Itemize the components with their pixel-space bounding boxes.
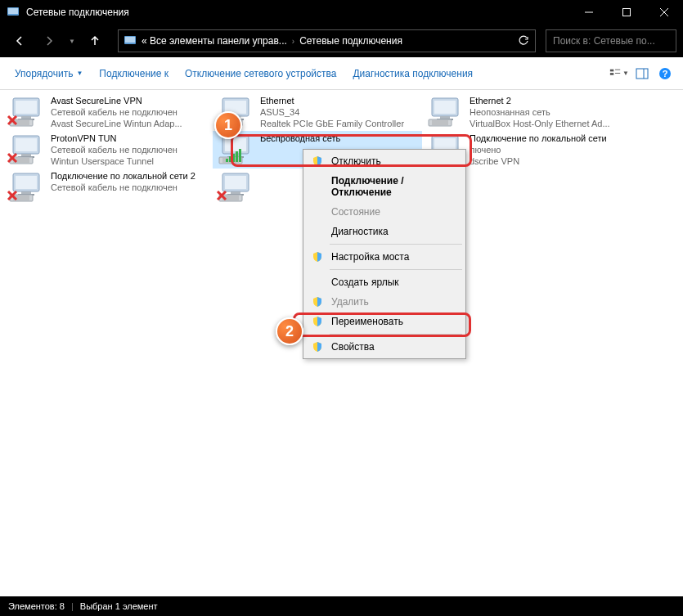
network-adapter-icon: [7, 170, 46, 203]
maximize-button[interactable]: [608, 0, 645, 25]
status-selected: Выбран 1 элемент: [80, 601, 158, 611]
menu-separator: [330, 244, 462, 245]
app-icon: [7, 6, 20, 19]
callout-2: 2: [276, 317, 303, 345]
connection-name: Avast SecureLine VPN: [51, 95, 209, 106]
svg-rect-11: [615, 73, 620, 74]
connection-status: ASUS_34: [260, 106, 419, 118]
network-adapter-icon: [216, 170, 255, 203]
organize-menu[interactable]: Упорядочить▼: [8, 65, 89, 83]
connection-name: Ethernet: [260, 95, 419, 106]
connection-status: Сетевой кабель не подключен: [51, 182, 209, 193]
svg-rect-35: [434, 101, 456, 114]
connection-item[interactable]: Avast SecureLine VPN Сетевой кабель не п…: [3, 93, 213, 131]
close-button[interactable]: [645, 0, 683, 25]
menu-disconnect[interactable]: Отключить: [305, 151, 464, 171]
content-area: Avast SecureLine VPN Сетевой кабель не п…: [0, 90, 683, 596]
menu-diagnostics[interactable]: Диагностика: [305, 222, 464, 241]
svg-rect-12: [636, 69, 648, 79]
svg-rect-64: [239, 149, 241, 162]
connection-device: VirtualBox Host-Only Ethernet Ad...: [470, 118, 628, 129]
menu-status: Состояние: [305, 202, 464, 222]
connect-to-button[interactable]: Подключение к: [92, 65, 175, 83]
connection-device: Realtek PCIe GbE Family Controller: [260, 118, 419, 129]
svg-rect-18: [21, 116, 31, 119]
chevron-right-icon: ›: [292, 37, 294, 46]
svg-rect-10: [615, 69, 620, 70]
shield-icon: [312, 316, 323, 327]
menu-separator: [330, 269, 462, 270]
svg-rect-3: [623, 9, 631, 16]
status-separator: |: [71, 601, 74, 611]
forward-button[interactable]: [36, 28, 62, 54]
menu-properties[interactable]: Свойства: [305, 337, 464, 357]
connection-item[interactable]: ProtonVPN TUN Сетевой кабель не подключе…: [3, 131, 213, 169]
svg-rect-9: [610, 73, 613, 75]
svg-rect-43: [16, 138, 37, 151]
svg-rect-1: [8, 8, 18, 14]
svg-rect-62: [232, 154, 235, 162]
svg-rect-84: [225, 176, 246, 189]
connection-status: Сетевой кабель не подключен: [51, 144, 209, 155]
connection-item[interactable]: Ethernet ASUS_34 Realtek PCIe GbE Family…: [213, 93, 422, 131]
shield-icon: [312, 341, 323, 353]
breadcrumb-part[interactable]: « Все элементы панели управ...: [142, 35, 287, 47]
window-title: Сетевые подключения: [26, 7, 570, 18]
back-button[interactable]: [7, 28, 33, 54]
menu-connect-disconnect[interactable]: Подключение / Отключение: [305, 171, 464, 202]
svg-text:?: ?: [663, 69, 668, 79]
up-button[interactable]: [82, 28, 108, 54]
view-options-button[interactable]: ▼: [609, 64, 629, 83]
connection-name: Ethernet 2: [470, 95, 628, 106]
svg-rect-36: [440, 116, 450, 119]
svg-rect-63: [236, 151, 238, 162]
connection-status: лючено: [470, 144, 628, 155]
connection-name: ProtonVPN TUN: [51, 133, 209, 144]
shield-icon: [312, 155, 323, 167]
svg-rect-8: [610, 69, 613, 71]
connection-device: dscribe VPN: [470, 155, 628, 167]
connection-device: Avast SecureLine Wintun Adap...: [51, 118, 209, 129]
connection-item[interactable]: Подключение по локальной сети 2 Сетевой …: [3, 169, 213, 205]
statusbar: Элементов: 8 | Выбран 1 элемент: [0, 596, 683, 616]
svg-rect-17: [16, 101, 37, 114]
shield-icon: [312, 296, 323, 308]
network-adapter-icon: [425, 95, 465, 128]
context-menu: Отключить Подключение / Отключение Состо…: [303, 149, 466, 359]
connection-item[interactable]: Ethernet 2 Неопознанная сеть VirtualBox …: [422, 93, 631, 131]
svg-rect-60: [226, 159, 228, 162]
menu-shortcut[interactable]: Создать ярлык: [305, 272, 464, 292]
network-adapter-icon: [7, 133, 46, 165]
search-input[interactable]: Поиск в: Сетевые по...: [546, 29, 676, 52]
svg-rect-7: [125, 37, 135, 43]
connection-status: Неопознанная сеть: [470, 106, 628, 118]
address-bar[interactable]: « Все элементы панели управ... › Сетевые…: [118, 29, 536, 52]
refresh-button[interactable]: [512, 35, 535, 47]
status-item-count: Элементов: 8: [8, 601, 65, 611]
shield-icon: [312, 251, 323, 263]
breadcrumb-part[interactable]: Сетевые подключения: [299, 35, 402, 47]
callout-1: 1: [214, 111, 242, 139]
svg-rect-44: [21, 154, 31, 156]
minimize-button[interactable]: [570, 0, 608, 25]
connection-device: Wintun Userspace Tunnel: [51, 155, 209, 167]
connection-name: Подключение по локальной сети: [470, 133, 628, 144]
menu-separator: [330, 334, 462, 335]
svg-rect-74: [16, 176, 37, 189]
help-button[interactable]: ?: [655, 64, 675, 83]
preview-pane-button[interactable]: [632, 64, 652, 83]
menu-bridge[interactable]: Настройка моста: [305, 247, 464, 267]
connection-name: Беспроводная сеть: [260, 133, 419, 144]
svg-rect-61: [229, 156, 231, 162]
location-icon: [124, 34, 137, 47]
connection-name: Подключение по локальной сети 2: [51, 170, 209, 182]
titlebar: Сетевые подключения: [0, 0, 683, 25]
disable-device-button[interactable]: Отключение сетевого устройства: [178, 65, 343, 83]
menu-delete: Удалить: [305, 292, 464, 312]
menu-rename[interactable]: Переименовать: [305, 312, 464, 331]
svg-rect-75: [21, 191, 31, 194]
diagnose-button[interactable]: Диагностика подключения: [346, 65, 479, 83]
history-dropdown[interactable]: ▼: [65, 38, 79, 45]
toolbar: Упорядочить▼ Подключение к Отключение се…: [0, 57, 683, 90]
network-adapter-icon: [7, 95, 46, 128]
